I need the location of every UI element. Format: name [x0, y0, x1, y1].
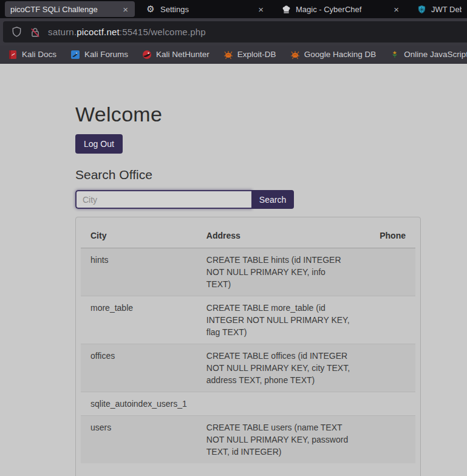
column-header-phone: Phone: [360, 222, 415, 248]
close-icon[interactable]: ×: [121, 4, 129, 15]
bookmark-label: Exploit-DB: [237, 50, 276, 59]
cell-phone: [360, 296, 415, 344]
cell-city: users: [81, 416, 197, 464]
results-table: City Address Phone hints CREATE TABLE hi…: [81, 222, 415, 463]
insecure-lock-icon[interactable]: [30, 27, 41, 38]
logout-button[interactable]: Log Out: [75, 134, 123, 154]
cell-address: CREATE TABLE hints (id INTEGER NOT NULL …: [197, 248, 360, 296]
table-row: offices CREATE TABLE offices (id INTEGER…: [81, 344, 415, 392]
table-row: hints CREATE TABLE hints (id INTEGER NOT…: [81, 248, 415, 296]
bookmark-label: Kali Forums: [84, 50, 128, 59]
cell-address: CREATE TABLE users (name TEXT NOT NULL P…: [197, 416, 360, 464]
cell-city: more_table: [81, 296, 197, 344]
tab-picoctf-sqli-challenge[interactable]: picoCTF SQLi Challenge ×: [5, 1, 135, 17]
bookmark-kali-forums[interactable]: Kali Forums: [70, 50, 128, 59]
bookmark-online-javascript-beautifier[interactable]: Online JavaScript beau: [390, 50, 467, 59]
tab-title: JWT Deb: [431, 5, 462, 14]
exploit-db-icon: [223, 50, 233, 59]
kali-docs-icon: [8, 50, 18, 59]
bookmark-label: Google Hacking DB: [304, 50, 377, 59]
page-title: Welcome: [75, 103, 467, 126]
bookmark-google-hacking-db[interactable]: Google Hacking DB: [290, 50, 377, 59]
cell-address: CREATE TABLE offices (id INTEGER NOT NUL…: [197, 344, 360, 392]
bookmark-label: Kali Docs: [22, 50, 56, 59]
table-row: users CREATE TABLE users (name TEXT NOT …: [81, 416, 415, 464]
bookmarks-bar: Kali Docs Kali Forums Kali NetHunter Exp…: [0, 46, 467, 64]
url-bar[interactable]: saturn.picoctf.net:55415/welcome.php: [3, 21, 467, 42]
browser-window: picoCTF SQLi Challenge × ⚙ Settings × Ma…: [0, 0, 467, 476]
column-header-address: Address: [197, 222, 360, 248]
gear-icon: ⚙: [146, 4, 155, 14]
cell-city: sqlite_autoindex_users_1: [81, 392, 197, 416]
cell-phone: [360, 248, 415, 296]
cell-address: CREATE TABLE more_table (id INTEGER NOT …: [197, 296, 360, 344]
bookmark-kali-docs[interactable]: Kali Docs: [8, 50, 56, 59]
tab-cyberchef[interactable]: Magic - CyberChef ×: [276, 1, 406, 17]
cell-phone: [360, 392, 415, 416]
city-search-input[interactable]: [75, 190, 251, 209]
tab-title: picoCTF SQLi Challenge: [10, 5, 117, 14]
google-hacking-db-icon: [290, 50, 300, 59]
table-row: sqlite_autoindex_users_1: [81, 392, 415, 416]
tab-jwt-debugger[interactable]: JWT Deb: [411, 1, 467, 17]
search-form: Search: [75, 190, 294, 209]
search-button[interactable]: Search: [251, 190, 294, 209]
kali-forums-icon: [70, 50, 80, 59]
tab-settings[interactable]: ⚙ Settings ×: [140, 1, 270, 17]
chef-hat-icon: [281, 4, 291, 14]
tab-title: Magic - CyberChef: [296, 5, 387, 14]
bookmark-label: Online JavaScript beau: [404, 50, 467, 59]
results-card: City Address Phone hints CREATE TABLE hi…: [75, 217, 421, 476]
cell-phone: [360, 344, 415, 392]
tab-bar: picoCTF SQLi Challenge × ⚙ Settings × Ma…: [0, 0, 467, 18]
js-beautifier-icon: [390, 50, 400, 59]
search-office-heading: Search Office: [75, 168, 467, 182]
jwt-shield-icon: [417, 4, 426, 14]
bookmark-kali-nethunter[interactable]: Kali NetHunter: [142, 50, 210, 59]
url-path: :55415/welcome.php: [120, 27, 206, 37]
tab-title: Settings: [160, 5, 252, 14]
url-host-prefix: saturn.: [48, 27, 77, 37]
page-content: Welcome Log Out Search Office Search Cit…: [0, 64, 467, 476]
navigation-toolbar: saturn.picoctf.net:55415/welcome.php: [0, 18, 467, 46]
close-icon[interactable]: ×: [257, 4, 265, 15]
table-header-row: City Address Phone: [81, 222, 415, 248]
close-icon[interactable]: ×: [392, 4, 400, 15]
url-host-main: picoctf.net: [77, 27, 120, 37]
table-row: more_table CREATE TABLE more_table (id I…: [81, 296, 415, 344]
cell-phone: [360, 416, 415, 464]
bookmark-label: Kali NetHunter: [156, 50, 210, 59]
kali-nethunter-icon: [142, 50, 152, 59]
column-header-city: City: [81, 222, 197, 248]
bookmark-exploit-db[interactable]: Exploit-DB: [223, 50, 276, 59]
cell-city: hints: [81, 248, 197, 296]
shield-permissions-icon[interactable]: [11, 26, 22, 38]
cell-address: [197, 392, 360, 416]
cell-city: offices: [81, 344, 197, 392]
url-text: saturn.picoctf.net:55415/welcome.php: [48, 27, 206, 37]
